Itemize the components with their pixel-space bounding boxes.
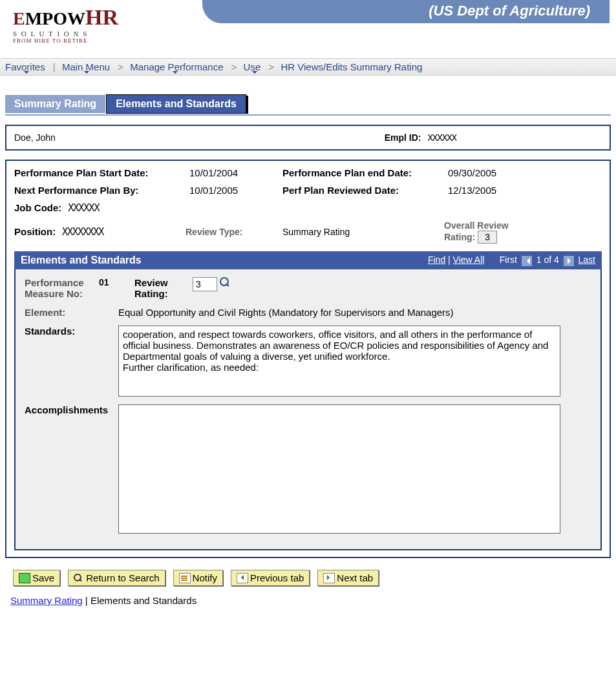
- notify-icon: [179, 573, 191, 583]
- nav-main-menu[interactable]: Main Menu: [62, 61, 111, 72]
- save-button[interactable]: Save: [13, 570, 60, 586]
- lookup-icon[interactable]: [220, 277, 230, 287]
- record-counter: 1 of 4: [536, 255, 559, 265]
- tab-strip: Summary Rating Elements and Standards: [5, 95, 611, 113]
- return-to-search-button[interactable]: Return to Search: [68, 570, 165, 586]
- reviewed-label: Perf Plan Reviewed Date:: [282, 185, 444, 196]
- notify-button[interactable]: Notify: [173, 570, 223, 586]
- measure-no-value: 01: [99, 277, 134, 287]
- review-rating-input[interactable]: [193, 277, 217, 291]
- plan-info-box: Performance Plan Start Date: 10/01/2004 …: [5, 160, 611, 558]
- previous-tab-button[interactable]: Previous tab: [231, 570, 310, 586]
- header: (US Dept of Agriculture) EMPOWHR S O L U…: [0, 0, 616, 58]
- elements-panel: Elements and Standards Find | View All F…: [14, 251, 602, 550]
- plan-end-value: 09/30/2005: [448, 167, 518, 178]
- empl-id-value: XXXXXX: [427, 132, 456, 143]
- plan-start-label: Performance Plan Start Date:: [14, 167, 186, 178]
- position-value: XXXXXXXX: [62, 226, 103, 238]
- separator: |: [53, 61, 56, 72]
- next-plan-value: 10/01/2005: [189, 185, 266, 196]
- element-label: Element:: [25, 307, 118, 318]
- nav-manage-performance[interactable]: Manage Performance: [130, 61, 224, 72]
- element-value: Equal Opportunity and Civil Rights (Mand…: [118, 307, 454, 318]
- next-record-icon[interactable]: [564, 256, 574, 266]
- tab-underline: [5, 114, 611, 116]
- button-row: Save Return to Search Notify Previous ta…: [5, 570, 611, 586]
- save-icon: [19, 573, 30, 583]
- plan-start-value: 10/01/2004: [189, 167, 266, 178]
- jobcode-label: Job Code:: [14, 202, 61, 213]
- chevron-right-icon: >: [268, 61, 274, 72]
- breadcrumb: Favorites | Main Menu > Manage Performan…: [0, 58, 616, 76]
- first-label: First: [500, 255, 517, 265]
- empl-id-label: Empl ID:: [385, 132, 421, 143]
- find-link[interactable]: Find: [428, 255, 445, 265]
- org-title: (US Dept of Agriculture): [202, 0, 610, 23]
- standards-text[interactable]: [118, 326, 560, 397]
- tab-summary-rating[interactable]: Summary Rating: [5, 95, 105, 113]
- accomplishments-label: Accomplishments: [25, 404, 118, 415]
- review-type-label: Review Type:: [186, 227, 242, 237]
- plan-end-label: Performance Plan end Date:: [282, 167, 444, 178]
- empowhr-logo: EMPOWHR S O L U T I O N S FROM HIRE TO R…: [13, 5, 118, 44]
- reviewed-value: 12/13/2005: [448, 185, 518, 196]
- overall-rating-value: 3: [478, 231, 497, 244]
- next-tab-button[interactable]: Next tab: [317, 570, 379, 586]
- position-label: Position:: [14, 226, 56, 237]
- bottom-link-summary[interactable]: Summary Rating: [10, 595, 83, 606]
- review-rating-label: Review Rating:: [134, 277, 193, 299]
- bottom-link-elements: Elements and Standards: [90, 595, 196, 606]
- next-plan-label: Next Performance Plan By:: [14, 185, 186, 196]
- nav-favorites[interactable]: Favorites: [5, 61, 47, 72]
- search-icon: [74, 574, 84, 583]
- previous-tab-icon: [237, 573, 248, 583]
- review-type-value: Summary Rating: [282, 227, 350, 237]
- nav-current-page: HR Views/Edits Summary Rating: [281, 61, 422, 72]
- tab-elements-standards[interactable]: Elements and Standards: [107, 95, 246, 113]
- chevron-right-icon: >: [231, 61, 237, 72]
- employee-box: Doe, John Empl ID: XXXXXX: [5, 125, 611, 151]
- last-link[interactable]: Last: [579, 255, 595, 265]
- standards-label: Standards:: [25, 326, 118, 337]
- measure-no-label: Performance Measure No:: [25, 277, 99, 299]
- next-tab-icon: [323, 573, 335, 583]
- overall-rating-label: Overall Review Rating:: [444, 220, 509, 242]
- view-all-link[interactable]: View All: [453, 255, 485, 265]
- employee-name: Doe, John: [14, 132, 56, 143]
- nav-use[interactable]: Use: [244, 61, 262, 72]
- accomplishments-text[interactable]: [118, 404, 560, 534]
- panel-title: Elements and Standards: [21, 255, 142, 266]
- bottom-links: Summary Rating | Elements and Standards: [5, 595, 611, 606]
- chevron-right-icon: >: [118, 61, 123, 72]
- jobcode-value: XXXXXX: [68, 202, 99, 214]
- prev-record-icon[interactable]: [522, 256, 532, 266]
